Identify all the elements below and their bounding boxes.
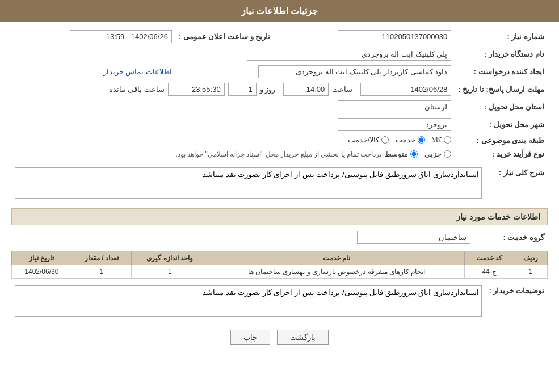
service-group-label: گروه خدمت : (474, 229, 548, 246)
row-category: طبقه بندی موضوعی : کالا خدمت (11, 133, 548, 147)
need-number-label: شماره نیاز : (455, 28, 548, 45)
category-kala-radio[interactable] (444, 136, 451, 144)
buttons-row: بازگشت چاپ (11, 330, 548, 345)
category-khadamat-label: خدمت (396, 136, 415, 144)
buyer-notes-table: توضیحات خریدار : (11, 283, 548, 321)
col-name: نام خدمت (208, 251, 465, 265)
delivery-city-label: شهر محل تحویل : (455, 116, 548, 133)
page-header: جزئیات اطلاعات نیاز (0, 0, 559, 22)
services-table-header-row: ردیف کد خدمت نام خدمت واحد اندازه گیری ت… (12, 251, 548, 265)
remaining-label: ساعت باقی مانده (109, 85, 164, 94)
category-khadamat-radio[interactable] (418, 136, 425, 144)
delivery-province-label: استان محل تحویل : (455, 98, 548, 116)
days-label: روز و (260, 85, 276, 94)
response-deadline-label: مهلت ارسال پاسخ: تا تاریخ : (455, 81, 548, 98)
purchase-motavasset-radio[interactable] (410, 150, 418, 158)
need-number-value: 1102050137000030 (338, 30, 451, 43)
row-delivery-city: شهر محل تحویل : بروجرد (11, 116, 548, 133)
purchase-jozii-radio[interactable] (444, 150, 451, 158)
announce-datetime-value: 1402/06/26 - 13:59 (70, 30, 172, 43)
category-kala: کالا (432, 136, 451, 144)
category-kala-khadamat-radio[interactable] (381, 136, 389, 144)
response-days: 1 (228, 83, 257, 96)
response-date: 1402/06/28 (360, 83, 451, 96)
row-creator: ایجاد کننده درخواست : داود کماسی کاربردا… (11, 63, 548, 81)
row-delivery-province: استان محل تحویل : لرستان (11, 98, 548, 116)
back-button[interactable]: بازگشت (277, 330, 329, 345)
category-label: طبقه بندی موضوعی : (455, 133, 548, 147)
row-purchase-type: نوع فرآیند خرید : جزیی متوسط (11, 147, 548, 161)
buyer-notes-row: توضیحات خریدار : (11, 283, 548, 321)
col-row: ردیف (514, 251, 548, 265)
purchase-type-label: نوع فرآیند خرید : (455, 147, 548, 161)
col-code: کد خدمت (465, 251, 514, 265)
creator-value: داود کماسی کاربرداز پلی کلینیک ایت اله ب… (258, 65, 451, 78)
need-description-label: شرح کلی نیاز : (485, 165, 548, 203)
purchase-jozii-label: جزیی (424, 150, 442, 158)
response-duration: 23:55:30 (168, 83, 225, 96)
purchase-type-radio-group: جزیی متوسط (385, 150, 451, 158)
col-unit: واحد اندازه گیری (132, 251, 208, 265)
buyer-notes-label: توضیحات خریدار : (485, 283, 548, 321)
purchase-jozii: جزیی (424, 150, 451, 158)
announce-datetime-label: تاریخ و ساعت اعلان عمومی : (175, 28, 274, 45)
response-time: 14:00 (283, 83, 329, 96)
row-buyer-org: نام دستگاه خریدار : پلی کلینیک ایت اله ب… (11, 45, 548, 63)
response-deadline-row: 1402/06/28 ساعت 14:00 روز و 1 23:55:30 س… (15, 83, 451, 96)
purchase-type-note: پرداخت تمام یا بخشی از مبلغ خریدار محل "… (175, 150, 381, 158)
need-description-textarea[interactable] (15, 167, 482, 199)
category-radio-group: کالا خدمت کالا/خدمت (348, 136, 452, 144)
delivery-province-value: لرستان (338, 100, 451, 113)
creator-label: ایجاد کننده درخواست : (455, 63, 548, 81)
print-button[interactable]: چاپ (230, 330, 270, 345)
buyer-org-label: نام دستگاه خریدار : (455, 45, 548, 63)
col-date: تاریخ نیاز (12, 251, 72, 265)
service-group-value: ساختمان (357, 231, 470, 244)
buyer-notes-textarea[interactable] (15, 285, 482, 317)
service-group-row: گروه خدمت : ساختمان (11, 229, 548, 246)
purchase-motavasset: متوسط (385, 150, 418, 158)
col-quantity: تعداد / مقدار (72, 251, 132, 265)
service-group-table: گروه خدمت : ساختمان (11, 229, 548, 246)
row-need-number: شماره نیاز : 1102050137000030 تاریخ و سا… (11, 28, 548, 45)
contact-info-link[interactable]: اطلاعات تماس خریدار (103, 68, 172, 76)
category-kala-label: کالا (432, 136, 442, 144)
purchase-type-row: جزیی متوسط پرداخت تمام یا بخشی از مبلغ خ… (15, 150, 451, 158)
need-description-row: شرح کلی نیاز : (11, 165, 548, 203)
category-kala-khadamat-label: کالا/خدمت (348, 136, 380, 144)
delivery-city-value: بروجرد (338, 118, 451, 131)
content-area: شماره نیاز : 1102050137000030 تاریخ و سا… (0, 22, 559, 351)
need-description-table: شرح کلی نیاز : (11, 165, 548, 203)
page-title: جزئیات اطلاعات نیاز (241, 6, 318, 16)
time-label: ساعت (332, 85, 352, 94)
category-khadamat: خدمت (396, 136, 425, 144)
category-kala-khadamat: کالا/خدمت (348, 136, 389, 144)
table-row: 1ج-44انجام کارهای متفرقه درخصوص بازسازی … (12, 265, 548, 279)
purchase-motavasset-label: متوسط (385, 150, 408, 158)
buyer-org-value: پلی کلینیک ایت اله بروجردی (247, 48, 451, 61)
row-response-deadline: مهلت ارسال پاسخ: تا تاریخ : 1402/06/28 س… (11, 81, 548, 98)
services-section-header: اطلاعات خدمات مورد نیاز (11, 208, 548, 225)
services-table: ردیف کد خدمت نام خدمت واحد اندازه گیری ت… (11, 251, 548, 279)
page-container: جزئیات اطلاعات نیاز شماره نیاز : 1102050… (0, 0, 559, 392)
main-info-table: شماره نیاز : 1102050137000030 تاریخ و سا… (11, 28, 548, 161)
